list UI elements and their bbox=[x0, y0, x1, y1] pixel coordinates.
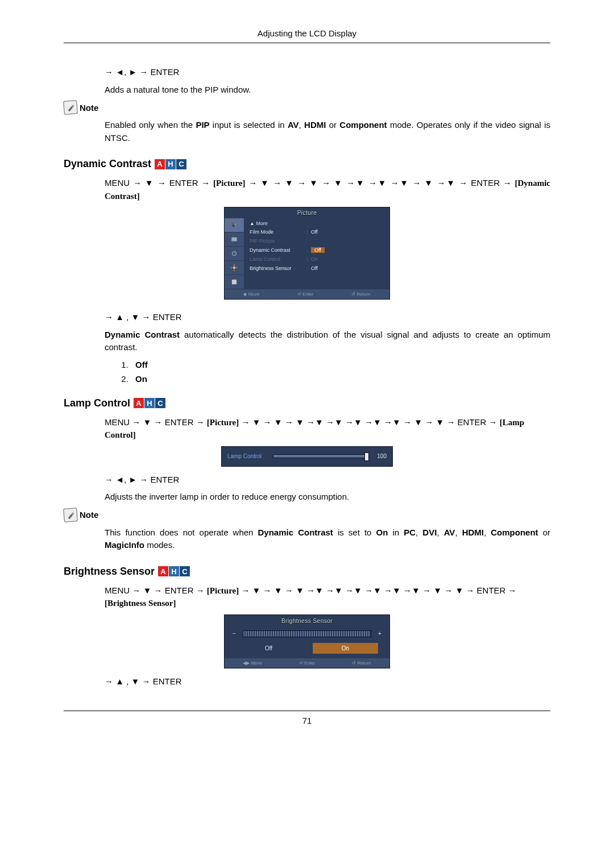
osd-row[interactable]: Lamp Control:On bbox=[250, 255, 384, 264]
note-label: Note bbox=[80, 510, 98, 520]
list-item: Off bbox=[131, 360, 550, 369]
nav-sequence: → ▲ , ▼ → ENTER bbox=[105, 675, 550, 688]
svg-rect-6 bbox=[232, 280, 237, 284]
note-label: Note bbox=[80, 103, 98, 113]
osd-title: Picture bbox=[225, 207, 389, 218]
osd-lamp-slider[interactable]: Lamp Control 100 bbox=[221, 446, 393, 467]
minus-icon[interactable]: − bbox=[231, 630, 237, 637]
badge-c-icon: C bbox=[155, 398, 165, 408]
bs-title: Brightness Sensor bbox=[225, 615, 389, 627]
list-item: On bbox=[131, 374, 550, 384]
nav-sequence: MENU → ▼ → ENTER → [Picture] → ▼ → ▼ → ▼… bbox=[105, 584, 550, 610]
section-dynamic-contrast: Dynamic Contrast A H C bbox=[64, 158, 550, 170]
badge-c-icon: C bbox=[180, 566, 190, 576]
note-icon bbox=[63, 100, 78, 115]
osd-tab-icon[interactable] bbox=[225, 275, 244, 289]
page-number: 71 bbox=[64, 711, 550, 725]
svg-point-5 bbox=[233, 267, 236, 269]
osd-tab-icon[interactable] bbox=[225, 247, 244, 261]
slider-thumb[interactable] bbox=[364, 452, 369, 461]
badge-a-icon: A bbox=[158, 566, 168, 576]
nav-sequence: → ▲ , ▼ → ENTER bbox=[105, 311, 550, 324]
lc-description: Adjusts the inverter lamp in order to re… bbox=[105, 491, 550, 504]
bs-on-button[interactable]: On bbox=[313, 643, 378, 654]
section-brightness-sensor: Brightness Sensor A H C bbox=[64, 566, 550, 578]
badge-a-icon: A bbox=[134, 398, 144, 408]
osd-sidebar bbox=[225, 218, 244, 289]
svg-rect-3 bbox=[231, 238, 237, 242]
badge-h-icon: H bbox=[165, 159, 176, 169]
bs-footer: ◀▶ Move ⏎ Enter ↺ Return bbox=[225, 658, 389, 668]
nav-sequence: MENU → ▼ → ENTER → [Picture] → ▼ → ▼ → ▼… bbox=[105, 416, 550, 442]
osd-row-selected[interactable]: Dynamic Contrast:Off bbox=[250, 246, 384, 255]
badge-h-icon: H bbox=[169, 566, 179, 576]
note-text: This function does not operate when Dyna… bbox=[105, 526, 550, 552]
osd-footer: ◆ Move ⏎ Enter ↺ Return bbox=[225, 289, 389, 299]
osd-tab-icon[interactable] bbox=[225, 232, 244, 247]
osd-row[interactable]: Film Mode:Off bbox=[250, 227, 384, 236]
slider-track[interactable] bbox=[273, 454, 367, 458]
dc-options: Off On bbox=[64, 360, 550, 384]
osd-brightness-sensor: Brightness Sensor − + Off On ◀▶ Move ⏎ E… bbox=[224, 614, 390, 668]
svg-point-2 bbox=[233, 225, 235, 227]
nav-sequence: → ◄, ► → ENTER bbox=[105, 474, 550, 487]
badge-h-icon: H bbox=[144, 398, 155, 408]
intro-description: Adds a natural tone to the PIP window. bbox=[105, 84, 550, 97]
osd-more[interactable]: ▲ More bbox=[250, 221, 384, 226]
dc-description: Dynamic Contrast automatically detects t… bbox=[105, 329, 550, 354]
badge-a-icon: A bbox=[155, 159, 165, 169]
nav-sequence: → ◄, ► → ENTER bbox=[105, 66, 550, 79]
plus-icon[interactable]: + bbox=[377, 630, 383, 637]
osd-picture-menu: Picture ▲ More Film Mode:Off PIP Picture… bbox=[224, 207, 390, 300]
note-text: Enabled only when the PIP input is selec… bbox=[105, 119, 550, 144]
nav-sequence: MENU → ▼ → ENTER → [Picture] → ▼ → ▼ → ▼… bbox=[105, 177, 550, 202]
section-lamp-control: Lamp Control A H C bbox=[64, 397, 550, 409]
note-icon bbox=[63, 507, 78, 522]
lamp-value: 100 bbox=[373, 453, 387, 459]
osd-tab-picture-icon[interactable] bbox=[225, 218, 244, 232]
osd-row[interactable]: Brightness Sensor:Off bbox=[250, 264, 384, 273]
badge-c-icon: C bbox=[176, 159, 186, 169]
bs-off-button[interactable]: Off bbox=[236, 643, 301, 654]
slider-track[interactable] bbox=[243, 630, 371, 637]
osd-row: PIP Picture bbox=[250, 236, 384, 246]
lamp-label: Lamp Control bbox=[227, 453, 267, 459]
osd-tab-icon[interactable] bbox=[225, 261, 244, 275]
page-header: Adjusting the LCD Display bbox=[64, 28, 550, 43]
